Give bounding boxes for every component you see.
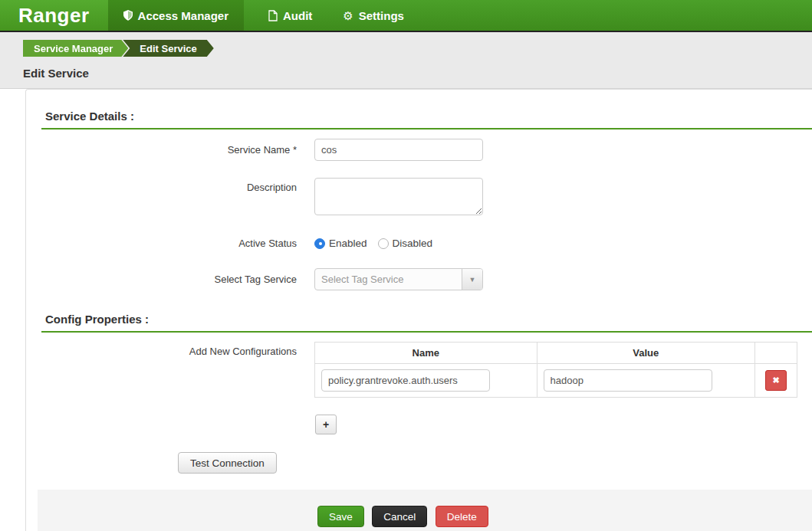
config-table: Name Value ✖: [314, 342, 797, 398]
description-row: Description: [26, 178, 812, 215]
delete-config-button[interactable]: ✖: [765, 370, 787, 391]
form-actions-bar: Save Cancel Delete: [38, 490, 812, 531]
top-navbar: Ranger Access Manager Audit ⚙ Settings: [0, 0, 812, 32]
chevron-down-icon[interactable]: ▼: [462, 269, 482, 290]
service-name-input[interactable]: [314, 139, 483, 161]
active-status-row: Active Status Enabled Disabled: [26, 238, 812, 249]
radio-disabled-label: Disabled: [393, 238, 433, 249]
tag-service-placeholder: Select Tag Service: [315, 274, 462, 285]
config-table-header-value: Value: [537, 343, 755, 364]
edit-service-form: Service Details : Service Name * Descrip…: [25, 89, 812, 531]
add-configurations-label: Add New Configurations: [26, 342, 314, 357]
document-icon: [268, 10, 278, 21]
config-row: Add New Configurations Name Value: [26, 342, 812, 398]
config-table-row: ✖: [315, 364, 797, 398]
radio-enabled-label: Enabled: [329, 238, 367, 249]
config-value-input[interactable]: [544, 369, 712, 392]
service-name-row: Service Name *: [26, 139, 812, 161]
section-heading-config-properties: Config Properties :: [41, 313, 812, 333]
breadcrumb: Service Manager Edit Service: [23, 40, 812, 57]
nav-item-label: Access Manager: [138, 9, 228, 22]
tag-service-row: Select Tag Service Select Tag Service ▼: [26, 268, 812, 290]
close-icon: ✖: [772, 375, 779, 385]
test-connection-button[interactable]: Test Connection: [178, 452, 277, 474]
save-button[interactable]: Save: [317, 506, 364, 527]
active-status-label: Active Status: [26, 238, 314, 249]
breadcrumb-edit-service: Edit Service: [123, 40, 213, 57]
shield-icon: [123, 10, 133, 21]
config-table-header-row: Name Value: [315, 343, 797, 364]
gear-icon: ⚙: [343, 10, 353, 21]
config-name-input[interactable]: [321, 369, 490, 392]
add-config-button[interactable]: +: [315, 415, 337, 434]
page-header-strip: Service Manager Edit Service Edit Servic…: [0, 32, 812, 89]
brand-logo[interactable]: Ranger: [0, 0, 108, 31]
page-title: Edit Service: [23, 67, 812, 80]
config-table-header-name: Name: [315, 343, 537, 364]
tag-service-label: Select Tag Service: [26, 274, 314, 285]
service-name-label: Service Name *: [26, 144, 314, 156]
section-heading-service-details: Service Details :: [41, 110, 812, 129]
nav-item-audit[interactable]: Audit: [253, 0, 327, 31]
config-table-header-actions: [755, 343, 797, 364]
radio-selected-icon: [314, 238, 325, 249]
nav-item-label: Settings: [359, 9, 404, 22]
cancel-button[interactable]: Cancel: [372, 506, 427, 527]
radio-enabled[interactable]: Enabled: [314, 238, 367, 249]
nav-item-access-manager[interactable]: Access Manager: [108, 0, 244, 31]
description-textarea[interactable]: [314, 178, 483, 215]
radio-unselected-icon: [378, 238, 389, 249]
tag-service-select[interactable]: Select Tag Service ▼: [314, 268, 483, 290]
description-label: Description: [26, 178, 314, 193]
breadcrumb-service-manager[interactable]: Service Manager: [23, 40, 128, 57]
active-status-radio-group: Enabled Disabled: [314, 238, 432, 249]
delete-button[interactable]: Delete: [436, 506, 488, 527]
nav-item-label: Audit: [283, 9, 312, 22]
radio-disabled[interactable]: Disabled: [378, 238, 433, 249]
nav-item-settings[interactable]: ⚙ Settings: [327, 0, 419, 31]
